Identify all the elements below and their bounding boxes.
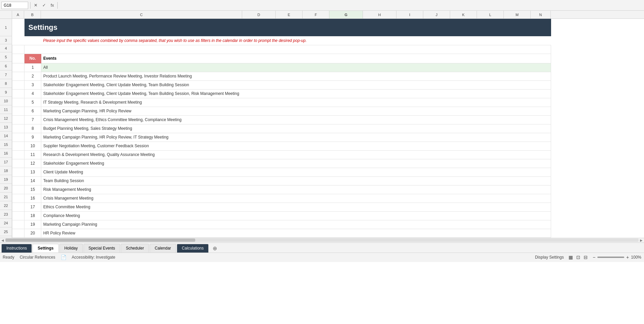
row-num-21[interactable]: 21 [0, 193, 12, 201]
row-num-12[interactable]: 12 [0, 114, 12, 123]
scroll-left-arrow[interactable]: ◀ [1, 238, 4, 242]
normal-view-icon[interactable]: ▦ [568, 254, 574, 260]
zoom-out-icon[interactable]: − [593, 255, 595, 260]
col-header-I[interactable]: I [396, 11, 423, 18]
row-number-12[interactable]: 12 [24, 159, 41, 168]
formula-input[interactable] [60, 2, 643, 9]
row-num-16[interactable]: 16 [0, 149, 12, 158]
confirm-icon[interactable]: ✓ [41, 2, 47, 8]
event-cell-11[interactable]: Research & Development Meeting, Quality … [41, 150, 551, 159]
row-num-18[interactable]: 18 [0, 166, 12, 175]
col-header-N[interactable]: N [531, 11, 551, 18]
event-cell-17[interactable]: Ethics Committee Meeting [41, 203, 551, 211]
row-num-8[interactable]: 8 [0, 79, 12, 88]
sheet-tab-settings[interactable]: Settings [33, 244, 58, 253]
row-num-3[interactable]: 3 [0, 36, 12, 44]
cancel-icon[interactable]: ✕ [33, 2, 39, 8]
row-number-2[interactable]: 2 [24, 72, 41, 80]
row-number-18[interactable]: 18 [24, 211, 41, 220]
row-num-10[interactable]: 10 [0, 97, 12, 105]
row-number-6[interactable]: 6 [24, 107, 41, 115]
col-header-L[interactable]: L [477, 11, 504, 18]
zoom-in-icon[interactable]: + [626, 255, 629, 260]
event-cell-9[interactable]: Marketing Campaign Planning, HR Policy R… [41, 133, 551, 142]
event-cell-2[interactable]: Product Launch Meeting, Performance Revi… [41, 72, 551, 80]
row-num-6[interactable]: 6 [0, 62, 12, 70]
no-header[interactable]: No. [24, 54, 41, 63]
sheet-tab-holiday[interactable]: Holiday [59, 244, 83, 253]
event-cell-1[interactable]: All [41, 63, 551, 72]
event-cell-3[interactable]: Stakeholder Engagement Meeting, Client U… [41, 80, 551, 89]
event-cell-15[interactable]: Risk Management Meeting [41, 185, 551, 194]
row-number-14[interactable]: 14 [24, 176, 41, 185]
col-header-B[interactable]: B [24, 11, 41, 18]
row-num-20[interactable]: 20 [0, 184, 12, 193]
zoom-slider[interactable] [597, 257, 624, 258]
col-header-D[interactable]: D [242, 11, 276, 18]
row-number-8[interactable]: 8 [24, 124, 41, 133]
row-num-19[interactable]: 19 [0, 175, 12, 184]
col-header-M[interactable]: M [504, 11, 531, 18]
col-header-A[interactable]: A [12, 11, 24, 18]
row-num-11[interactable]: 11 [0, 105, 12, 114]
event-cell-20[interactable]: HR Policy Review [41, 229, 551, 237]
display-settings[interactable]: Display Settings [535, 255, 564, 260]
col-header-G[interactable]: G [329, 11, 363, 18]
col-header-F[interactable]: F [303, 11, 329, 18]
row-num-14[interactable]: 14 [0, 131, 12, 140]
row-number-9[interactable]: 9 [24, 133, 41, 142]
sheet-tab-scheduler[interactable]: Scheduler [121, 244, 149, 253]
event-cell-7[interactable]: Crisis Management Meeting, Ethics Commit… [41, 115, 551, 124]
horizontal-scrollbar[interactable]: ◀ ▶ [0, 238, 644, 242]
row-number-13[interactable]: 13 [24, 168, 41, 176]
event-cell-18[interactable]: Compliance Meeting [41, 211, 551, 220]
row-num-15[interactable]: 15 [0, 140, 12, 149]
event-cell-10[interactable]: Supplier Negotiation Meeting, Customer F… [41, 142, 551, 150]
row-num-1[interactable]: 1 [0, 19, 12, 36]
row-number-10[interactable]: 10 [24, 142, 41, 150]
row-number-4[interactable]: 4 [24, 89, 41, 98]
event-cell-5[interactable]: IT Strategy Meeting, Research & Developm… [41, 98, 551, 107]
add-sheet-button[interactable]: ⊕ [211, 245, 219, 253]
sheet-tab-calculations[interactable]: Calculations [177, 244, 209, 253]
page-break-view-icon[interactable]: ⊟ [583, 254, 589, 260]
row-num-5[interactable]: 5 [0, 52, 12, 62]
col-header-corner[interactable] [0, 11, 12, 18]
event-cell-13[interactable]: Client Update Meeting [41, 168, 551, 176]
row-num-7[interactable]: 7 [0, 70, 12, 79]
row-num-4[interactable]: 4 [0, 44, 12, 52]
row-number-1[interactable]: 1 [24, 63, 41, 72]
col-header-J[interactable]: J [423, 11, 450, 18]
col-header-E[interactable]: E [276, 11, 303, 18]
event-cell-4[interactable]: Stakeholder Engagement Meeting, Client U… [41, 89, 551, 98]
row-number-5[interactable]: 5 [24, 98, 41, 107]
row-number-19[interactable]: 19 [24, 220, 41, 229]
row-num-9[interactable]: 9 [0, 88, 12, 97]
col-header-K[interactable]: K [450, 11, 477, 18]
row-number-16[interactable]: 16 [24, 194, 41, 203]
row-num-17[interactable]: 17 [0, 158, 12, 166]
row-number-11[interactable]: 11 [24, 150, 41, 159]
row-number-7[interactable]: 7 [24, 115, 41, 124]
event-cell-6[interactable]: Marketing Campaign Planning, HR Policy R… [41, 107, 551, 115]
events-header[interactable]: Events [41, 54, 551, 63]
row-num-25[interactable]: 25 [0, 227, 12, 236]
col-header-H[interactable]: H [363, 11, 396, 18]
event-cell-8[interactable]: Budget Planning Meeting, Sales Strategy … [41, 124, 551, 133]
cell-reference-box[interactable]: G18 [1, 2, 28, 9]
page-layout-view-icon[interactable]: ⊡ [575, 254, 581, 260]
event-cell-19[interactable]: Marketing Campaign Planning [41, 220, 551, 229]
sheet-tab-special-events[interactable]: Special Events [84, 244, 120, 253]
sheet-tab-calendar[interactable]: Calendar [150, 244, 176, 253]
row-num-23[interactable]: 23 [0, 210, 12, 219]
fx-icon[interactable]: fx [49, 2, 55, 8]
row-number-3[interactable]: 3 [24, 80, 41, 89]
row-num-24[interactable]: 24 [0, 219, 12, 227]
row-number-20[interactable]: 20 [24, 229, 41, 237]
sheet-tab-instructions[interactable]: Instructions [1, 244, 32, 253]
col-header-C[interactable]: C [41, 11, 242, 18]
scroll-track[interactable] [5, 238, 639, 242]
event-cell-12[interactable]: Stakeholder Engagement Meeting [41, 159, 551, 168]
row-number-15[interactable]: 15 [24, 185, 41, 194]
event-cell-16[interactable]: Crisis Management Meeting [41, 194, 551, 203]
